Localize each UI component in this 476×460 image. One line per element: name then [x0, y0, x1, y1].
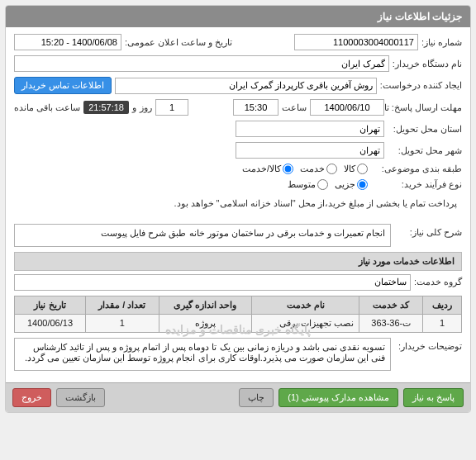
deadline-countdown: 21:57:18: [83, 101, 129, 114]
deadline-time-input[interactable]: [233, 99, 278, 116]
buyer-notes-row: توضیحات خریدار: تسویه نقدی نمی باشد و در…: [14, 338, 462, 371]
respond-button[interactable]: پاسخ به نیاز: [403, 388, 464, 407]
deadline-saat-label: ساعت: [282, 102, 307, 113]
subject-cat-opt-1[interactable]: خدمت: [300, 164, 337, 174]
deadline-and-label: و: [132, 102, 136, 113]
th-row: ردیف: [423, 296, 462, 314]
buyer-notes-label: توضیحات خریدار:: [396, 338, 462, 371]
deadline-rooz-label: روز: [140, 102, 152, 113]
subject-cat-group: کالا خدمت کالا/خدمت: [242, 164, 368, 174]
table-header-row: ردیف کد خدمت نام خدمت واحد اندازه گیری ت…: [15, 296, 462, 314]
th-name: نام خدمت: [252, 296, 359, 314]
row-service-group: گروه خدمت:: [14, 274, 462, 291]
th-qty: تعداد / مقدار: [85, 296, 159, 314]
th-unit: واحد اندازه گیری: [159, 296, 252, 314]
print-button[interactable]: چاپ: [239, 388, 274, 407]
pay-note: پرداخت تمام یا بخشی از مبلغ خرید،از محل …: [169, 193, 462, 214]
services-table: ردیف کد خدمت نام خدمت واحد اندازه گیری ت…: [14, 296, 462, 333]
form-body: شماره نیاز: تاریخ و ساعت اعلان عمومی: نا…: [6, 27, 470, 382]
deliver-province-label: استان محل تحویل:: [388, 124, 462, 135]
main-desc-label: شرح کلی نیاز:: [396, 224, 462, 247]
row-buyer-org: نام دستگاه خریدار:: [14, 55, 462, 72]
contact-buyer-button[interactable]: اطلاعات تماس خریدار: [14, 77, 112, 94]
th-code: کد خدمت: [359, 296, 423, 314]
subject-cat-opt-2[interactable]: کالا/خدمت: [242, 164, 293, 174]
deadline-date-input[interactable]: [310, 99, 384, 116]
row-requester: ایجاد کننده درخواست: اطلاعات تماس خریدار: [14, 77, 462, 94]
deliver-city-label: شهر محل تحویل:: [388, 145, 462, 156]
footer-left-group: بازگشت خروج: [12, 388, 105, 407]
main-desc-box: انجام تعمیرات و خدمات برقی در ساختمان مو…: [14, 224, 391, 247]
table-row[interactable]: 1 ت-36-363 نصب تجهیزات برقی پروژه 1 1400…: [15, 314, 462, 332]
service-group-label: گروه خدمت:: [414, 277, 462, 287]
cell-date: 1400/06/13: [15, 314, 86, 332]
row-deadline: مهلت ارسال پاسخ: تا تاریخ: ساعت روز و 21…: [14, 99, 462, 116]
services-section-header: اطلاعات خدمات مورد نیاز: [14, 252, 462, 271]
cell-row: 1: [423, 314, 462, 332]
row-deliver-province: استان محل تحویل:: [14, 121, 462, 137]
cell-qty: 1: [85, 314, 159, 332]
buyer-notes-box: تسویه نقدی نمی باشد و دریازه زمانی بین ی…: [14, 338, 391, 371]
row-need-announce: شماره نیاز: تاریخ و ساعت اعلان عمومی:: [14, 34, 462, 50]
panel-title: جزئیات اطلاعات نیاز: [6, 6, 470, 27]
announce-label: تاریخ و ساعت اعلان عمومی:: [125, 37, 232, 48]
buyer-org-input[interactable]: [14, 55, 389, 72]
deadline-days-input[interactable]: [155, 99, 188, 116]
requester-input[interactable]: [115, 78, 377, 94]
service-group-input[interactable]: [14, 274, 411, 291]
row-subject-cat: طبقه بندی موضوعی: کالا خدمت کالا/خدمت: [14, 164, 462, 174]
deadline-remain-label: ساعت باقی مانده: [14, 102, 80, 113]
subject-cat-opt-0[interactable]: کالا: [344, 164, 368, 174]
back-button[interactable]: بازگشت: [56, 388, 105, 407]
main-desc-row: شرح کلی نیاز: انجام تعمیرات و خدمات برقی…: [14, 224, 462, 247]
buy-process-opt-1[interactable]: متوسط: [288, 179, 328, 190]
need-no-label: شماره نیاز:: [421, 37, 462, 48]
buy-process-group: جزیی متوسط: [288, 179, 368, 190]
deadline-label: مهلت ارسال پاسخ: تا تاریخ:: [388, 102, 462, 113]
cell-code: ت-36-363: [359, 314, 423, 332]
footer-bar: پاسخ به نیاز مشاهده مدارک پیوستی (1) چاپ…: [6, 382, 470, 412]
announce-input[interactable]: [14, 34, 121, 50]
exit-button[interactable]: خروج: [12, 388, 51, 407]
buyer-org-label: نام دستگاه خریدار:: [393, 59, 462, 69]
deliver-province-input[interactable]: [236, 121, 384, 137]
buy-process-label: نوع فرآیند خرید:: [371, 179, 462, 190]
requester-label: ایجاد کننده درخواست:: [380, 80, 462, 91]
cell-name: نصب تجهیزات برقی: [252, 314, 359, 332]
subject-cat-label: طبقه بندی موضوعی:: [371, 164, 462, 174]
row-buy-process: نوع فرآیند خرید: جزیی متوسط پرداخت تمام …: [14, 179, 462, 214]
buy-process-opt-0[interactable]: جزیی: [335, 179, 368, 190]
row-deliver-city: شهر محل تحویل:: [14, 142, 462, 159]
deliver-city-input[interactable]: [236, 142, 384, 159]
footer-right-group: پاسخ به نیاز مشاهده مدارک پیوستی (1) چاپ: [239, 388, 464, 407]
need-no-input[interactable]: [294, 34, 418, 50]
th-date: تاریخ نیاز: [15, 296, 86, 314]
cell-unit: پروژه: [159, 314, 252, 332]
attachments-button[interactable]: مشاهده مدارک پیوستی (1): [278, 388, 398, 407]
need-details-panel: جزئیات اطلاعات نیاز شماره نیاز: تاریخ و …: [5, 5, 471, 413]
